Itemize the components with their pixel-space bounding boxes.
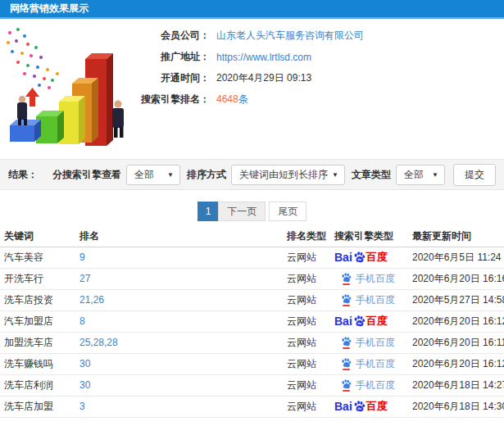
- rank-link[interactable]: 21,26: [79, 294, 104, 306]
- chevron-down-icon: ▼: [432, 165, 438, 185]
- baidu-pc-logo: Bai du 百度: [334, 399, 388, 414]
- baidu-mobile-logo: 手机百度: [341, 336, 395, 350]
- baidu-du-text: 百度: [366, 250, 388, 265]
- baidu-paw-icon: du: [353, 315, 366, 327]
- baidu-mobile-paw-icon: [341, 272, 352, 285]
- cell-engine: 手机百度: [330, 332, 408, 353]
- pagination: 1 下一页 尾页: [0, 202, 504, 221]
- baidu-mobile-logo: 手机百度: [341, 357, 395, 371]
- filter-bar: 结果： 分搜索引擎查看 全部 ▼ 排序方式 关键词由短到长排序 ▼ 文章类型 全…: [0, 159, 504, 190]
- chevron-down-icon: ▼: [332, 165, 338, 185]
- baidu-mobile-text: 手机百度: [356, 293, 395, 307]
- rank-link[interactable]: 30: [79, 358, 90, 369]
- cell-rank: 9: [75, 247, 283, 268]
- rank-link[interactable]: 30: [79, 379, 90, 391]
- baidu-mobile-text: 手机百度: [356, 357, 395, 371]
- rank-link[interactable]: 9: [79, 252, 85, 263]
- baidu-du-text: 百度: [366, 314, 388, 329]
- cell-engine: 手机百度: [330, 353, 408, 374]
- baidu-paw-icon: du: [353, 251, 366, 263]
- cell-keyword: 洗车店投资: [0, 289, 75, 310]
- baidu-pc-logo: Bai du 百度: [334, 314, 388, 329]
- cell-updated: 2020年6月5日 11:24: [408, 247, 504, 268]
- baidu-mobile-logo: 手机百度: [341, 378, 395, 392]
- cell-updated: 2020年5月27日 14:58: [408, 289, 504, 310]
- company-link[interactable]: 山东老人头汽车服务咨询有限公司: [216, 29, 364, 43]
- baidu-mobile-text: 手机百度: [356, 336, 395, 350]
- next-page-button[interactable]: 下一页: [218, 202, 266, 221]
- submit-button[interactable]: 提交: [453, 164, 496, 186]
- cell-rank-type: 云网站: [283, 332, 330, 353]
- promo-url-link[interactable]: https://www.lrtlsd.com: [216, 52, 311, 63]
- baidu-bai-text: Bai: [334, 315, 352, 328]
- up-arrow: [25, 88, 39, 106]
- cell-rank: 21,26: [75, 289, 283, 310]
- cell-keyword: 洗车店加盟: [0, 396, 75, 417]
- baidu-mobile-paw-icon: [341, 293, 352, 306]
- cell-rank-type: 云网站: [283, 396, 330, 417]
- table-body: 汽车美容 9 云网站 Bai du 百度 2020年: [0, 247, 504, 417]
- sort-select[interactable]: 关键词由短到长排序 ▼: [231, 165, 345, 185]
- table-header-row: 关键词 排名 排名类型 搜索引擎类型 最新更新时间: [0, 227, 504, 247]
- info-row-rank-count: 搜索引擎排名： 4648条: [139, 93, 504, 106]
- cell-engine: 手机百度: [330, 374, 408, 396]
- rank-link[interactable]: 8: [79, 315, 85, 327]
- cell-updated: 2020年6月18日 14:27: [408, 374, 504, 396]
- result-label: 结果：: [8, 168, 38, 182]
- article-type-select[interactable]: 全部 ▼: [396, 165, 445, 185]
- col-rank: 排名: [75, 227, 283, 247]
- cell-rank-type: 云网站: [283, 374, 330, 396]
- cell-engine: 手机百度: [330, 268, 408, 289]
- col-updated: 最新更新时间: [408, 227, 504, 247]
- cell-updated: 2020年6月20日 16:16: [408, 268, 504, 289]
- cell-rank: 3: [75, 396, 283, 417]
- chevron-down-icon: ▼: [167, 165, 174, 185]
- results-table: 关键词 排名 排名类型 搜索引擎类型 最新更新时间 汽车美容 9 云网站 Bai: [0, 227, 504, 418]
- baidu-bai-text: Bai: [334, 251, 352, 264]
- cell-rank: 8: [75, 310, 283, 332]
- cell-keyword: 加盟洗车店: [0, 332, 75, 353]
- baidu-mobile-logo: 手机百度: [341, 293, 395, 307]
- cell-keyword: 开洗车行: [0, 268, 75, 289]
- businessman-right: [112, 101, 124, 138]
- last-page-button[interactable]: 尾页: [269, 202, 306, 221]
- page-1-button[interactable]: 1: [198, 202, 220, 221]
- cell-rank-type: 云网站: [283, 268, 330, 289]
- rank-link[interactable]: 3: [79, 401, 85, 412]
- cell-keyword: 汽车美容: [0, 247, 75, 268]
- table-row: 洗车店加盟 3 云网站 Bai du 百度 2020: [0, 396, 504, 417]
- cell-keyword: 汽车加盟店: [0, 310, 75, 332]
- info-section: 会员公司： 山东老人头汽车服务咨询有限公司 推广地址： https://www.…: [0, 19, 504, 159]
- baidu-mobile-paw-icon: [341, 378, 352, 392]
- rank-count-suffix: 条: [238, 93, 248, 105]
- engine-select[interactable]: 全部 ▼: [126, 165, 180, 185]
- table-row: 洗车店利润 30 云网站: [0, 374, 504, 396]
- cell-rank: 30: [75, 353, 283, 374]
- svg-text:du: du: [357, 257, 361, 261]
- table-row: 汽车美容 9 云网站 Bai du 百度 2020年: [0, 247, 504, 268]
- rank-count-value: 4648: [216, 93, 238, 105]
- col-engine-type: 搜索引擎类型: [330, 227, 408, 247]
- rank-link[interactable]: 25,28,28: [79, 337, 118, 348]
- info-row-company: 会员公司： 山东老人头汽车服务咨询有限公司: [139, 29, 504, 43]
- sort-label: 排序方式: [187, 168, 226, 182]
- baidu-mobile-text: 手机百度: [356, 378, 395, 392]
- cell-rank: 27: [75, 268, 283, 289]
- cell-rank-type: 云网站: [283, 353, 330, 374]
- cell-rank-type: 云网站: [283, 247, 330, 268]
- table-row: 开洗车行 27 云网站 手: [0, 268, 504, 289]
- engine-filter-label: 分搜索引擎查看: [52, 168, 121, 182]
- svg-text:du: du: [357, 321, 361, 325]
- confetti-dots: [7, 28, 59, 89]
- baidu-du-text: 百度: [366, 399, 388, 414]
- promo-url-label: 推广地址：: [139, 50, 210, 64]
- baidu-mobile-paw-icon: [341, 336, 352, 349]
- open-time-label: 开通时间：: [139, 71, 210, 85]
- page-title: 网络营销效果展示: [0, 0, 504, 19]
- company-label: 会员公司：: [139, 29, 210, 43]
- baidu-paw-icon: du: [353, 400, 366, 412]
- svg-text:du: du: [357, 406, 361, 410]
- baidu-pc-logo: Bai du 百度: [334, 250, 388, 265]
- cell-rank: 25,28,28: [75, 332, 283, 353]
- rank-link[interactable]: 27: [79, 273, 90, 284]
